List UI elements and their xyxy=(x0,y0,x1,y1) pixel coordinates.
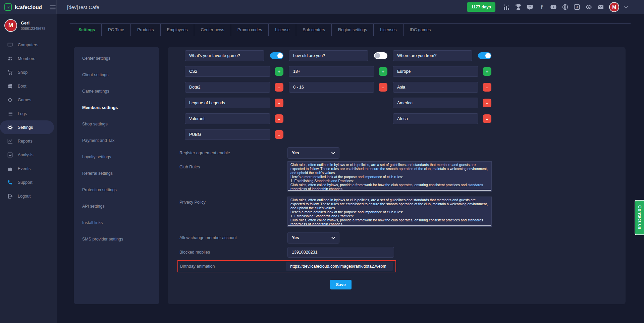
menu-item-api-settings[interactable]: API settings xyxy=(82,204,159,220)
question-3-toggle[interactable] xyxy=(478,52,491,59)
question-1-option-input[interactable] xyxy=(185,129,270,140)
question-2-option-input[interactable] xyxy=(289,82,374,93)
question-3-option-input[interactable] xyxy=(393,82,478,93)
question-1-option-input[interactable] xyxy=(185,98,270,108)
question-1-option-input[interactable] xyxy=(185,113,270,124)
menu-item-payment-and-tax[interactable]: Payment and Tax xyxy=(82,138,159,155)
sidebar-item-events[interactable]: Events xyxy=(0,162,57,175)
privacy-policy-textarea[interactable]: Club rules, often outlined in bylaws or … xyxy=(287,197,492,227)
privacy-policy-row: Privacy Policy Club rules, often outline… xyxy=(179,197,626,227)
blocked-mobiles-input[interactable] xyxy=(287,247,394,258)
question-2-input[interactable] xyxy=(289,50,368,61)
tab-pc-time[interactable]: PC Time xyxy=(101,24,130,36)
plus-icon: + xyxy=(278,69,281,74)
question-2-toggle[interactable] xyxy=(374,52,387,59)
add-option-button: + xyxy=(379,67,387,76)
tab-licenses[interactable]: Licenses xyxy=(373,24,403,36)
svg-text:i2: i2 xyxy=(576,6,578,9)
question-1-option-input[interactable] xyxy=(185,82,270,93)
sidebar-item-games[interactable]: Games xyxy=(0,93,57,107)
youtube-icon[interactable] xyxy=(550,4,557,10)
user-avatar[interactable]: M xyxy=(609,2,619,12)
tab-promo-codes[interactable]: Promo codes xyxy=(231,24,269,36)
question-3-option-input[interactable] xyxy=(393,113,478,124)
club-rules-textarea[interactable]: Club rules, often outlined in bylaws or … xyxy=(287,161,492,192)
remove-option-button: - xyxy=(275,99,283,107)
question-column-2: + - xyxy=(289,50,387,140)
horizontal-scrollbar[interactable] xyxy=(288,190,491,191)
icafecloud-site-icon[interactable]: i2 xyxy=(574,4,580,10)
area-chart-icon xyxy=(7,152,13,158)
question-1-input[interactable] xyxy=(185,50,264,61)
question-3-input[interactable] xyxy=(393,50,472,61)
sidebar-item-settings[interactable]: Settings xyxy=(0,120,54,134)
minus-icon: - xyxy=(278,116,280,121)
menu-item-members-settings[interactable]: Members settings xyxy=(82,105,159,122)
layers-icon[interactable] xyxy=(585,4,592,10)
main-area: Settings PC Time Products Employees Cent… xyxy=(57,14,644,323)
tab-products[interactable]: Products xyxy=(130,24,160,36)
sidebar-user-block[interactable]: M Geri 008612345678 xyxy=(0,14,57,35)
menu-item-loyalty-settings[interactable]: Loyalty settings xyxy=(82,155,159,171)
menu-item-install-links[interactable]: Install links xyxy=(82,220,159,237)
menu-item-game-settings[interactable]: Game settings xyxy=(82,89,159,105)
days-remaining-badge[interactable]: 1177 days xyxy=(467,2,495,12)
sidebar-item-shop[interactable]: Shop xyxy=(0,65,57,79)
allow-change-member-row: Allow change member account Yes xyxy=(179,232,626,244)
sidebar-item-members[interactable]: Members xyxy=(0,52,57,65)
sidebar-nav: Computers Members Shop Boot Games Logs S… xyxy=(0,38,57,203)
menu-item-client-settings[interactable]: Client settings xyxy=(82,72,159,89)
remove-option-button: - xyxy=(483,99,491,107)
question-3-option-input[interactable] xyxy=(393,66,478,77)
club-rules-row: Club Rules Club rules, often outlined in… xyxy=(179,161,626,192)
phone-icon xyxy=(7,180,13,185)
tab-center-news[interactable]: Center news xyxy=(194,24,230,36)
chevron-down-icon[interactable] xyxy=(624,6,628,8)
tab-settings[interactable]: Settings xyxy=(72,24,101,36)
birthday-animation-input[interactable] xyxy=(286,262,393,271)
tab-idc-games[interactable]: IDC games xyxy=(403,24,437,36)
field-label: Birthday animation xyxy=(180,264,286,269)
sidebar-item-boot[interactable]: Boot xyxy=(0,79,57,93)
trophy-icon[interactable] xyxy=(515,4,522,10)
globe-icon[interactable] xyxy=(562,4,569,10)
mail-icon[interactable] xyxy=(597,4,604,10)
sidebar-item-analysis[interactable]: Analysis xyxy=(0,148,57,162)
tab-region-settings[interactable]: Region settings xyxy=(331,24,373,36)
monitor-icon xyxy=(7,42,13,48)
save-row: Save xyxy=(179,280,626,289)
icafecloud-logo-icon: i2 xyxy=(4,3,12,11)
menu-item-center-settings[interactable]: Center settings xyxy=(82,56,159,72)
question-2-option-input[interactable] xyxy=(289,66,374,77)
tab-employees[interactable]: Employees xyxy=(160,24,194,36)
facebook-icon[interactable]: f xyxy=(538,4,545,10)
user-name: Geri xyxy=(21,20,45,25)
question-3-option-input[interactable] xyxy=(393,98,478,108)
hamburger-menu-icon[interactable] xyxy=(50,5,56,9)
remove-option-button: - xyxy=(483,83,491,92)
menu-item-protection-settings[interactable]: Protection settings xyxy=(82,187,159,204)
tab-sub-centers[interactable]: Sub centers xyxy=(296,24,331,36)
sidebar-item-reports[interactable]: Reports xyxy=(0,134,57,148)
question-1-toggle[interactable] xyxy=(270,52,283,59)
remove-option-button: - xyxy=(379,83,387,92)
sidebar-item-logout[interactable]: Logout xyxy=(0,189,57,203)
ranking-icon[interactable] xyxy=(503,4,510,10)
sidebar-item-support[interactable]: Support xyxy=(0,175,57,189)
question-1-option-input[interactable] xyxy=(185,66,270,77)
save-button[interactable]: Save xyxy=(330,280,352,289)
discord-icon[interactable] xyxy=(527,4,533,10)
sidebar-item-logs[interactable]: Logs xyxy=(0,107,57,120)
menu-item-shop-settings[interactable]: Shop settings xyxy=(82,122,159,138)
field-label: Register agreement enable xyxy=(179,151,287,155)
contact-us-button[interactable]: Contact us xyxy=(635,200,644,235)
tab-license[interactable]: License xyxy=(268,24,296,36)
register-agreement-select[interactable]: Yes xyxy=(287,147,339,159)
menu-item-referral-settings[interactable]: Referral settings xyxy=(82,171,159,187)
chevron-down-icon xyxy=(331,152,335,154)
allow-change-member-select[interactable]: Yes xyxy=(287,232,339,244)
sidebar-item-computers[interactable]: Computers xyxy=(0,38,57,52)
menu-item-sms-provider-settings[interactable]: SMS provider settings xyxy=(82,237,159,253)
blocked-mobiles-row: Blocked mobiles xyxy=(179,247,626,258)
horizontal-scrollbar[interactable] xyxy=(288,225,491,226)
